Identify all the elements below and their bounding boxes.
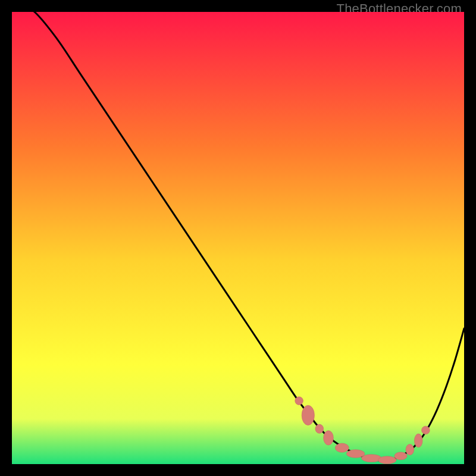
curve-marker [302, 405, 314, 425]
curve-marker [295, 397, 303, 405]
curve-marker [324, 431, 334, 445]
curve-marker [406, 444, 414, 455]
curve-marker [335, 443, 349, 452]
curve-marker [394, 452, 407, 460]
curve-marker [414, 434, 422, 447]
chart-frame [12, 12, 464, 464]
curve-marker [346, 450, 364, 458]
curve-marker [422, 426, 430, 434]
curve-marker [315, 424, 324, 433]
curve-marker [378, 456, 396, 464]
gradient-background [12, 12, 464, 464]
bottleneck-chart [12, 12, 464, 464]
